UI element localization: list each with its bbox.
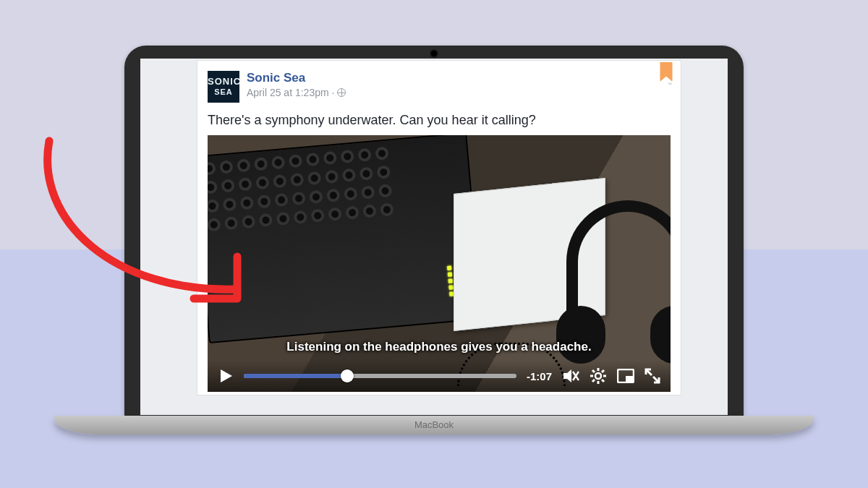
screen: ˇ SONIC SEA Sonic Sea April 25 at 1:23pm… [140, 59, 728, 415]
svg-line-7 [602, 370, 604, 372]
fullscreen-icon[interactable] [644, 368, 660, 384]
page-name-link[interactable]: Sonic Sea [247, 71, 305, 85]
mute-icon[interactable] [562, 368, 579, 384]
laptop-base: MacBook [54, 416, 814, 435]
svg-line-5 [592, 370, 595, 372]
video-controls: -1:07 [208, 360, 671, 392]
svg-line-8 [592, 380, 595, 382]
laptop-brand: MacBook [414, 419, 454, 430]
progress-bar[interactable] [244, 374, 516, 378]
laptop-frame: ˇ SONIC SEA Sonic Sea April 25 at 1:23pm… [124, 46, 744, 435]
time-remaining: -1:07 [527, 370, 552, 382]
globe-icon [337, 88, 346, 97]
svg-point-0 [595, 373, 601, 379]
headphones-graphic [566, 200, 671, 352]
settings-gear-icon[interactable] [590, 367, 607, 385]
video-player[interactable]: Listening on the headphones gives you a … [208, 135, 671, 392]
page-avatar[interactable]: SONIC SEA [208, 71, 239, 103]
pip-icon[interactable] [617, 369, 634, 383]
audio-mixer-graphic [208, 135, 483, 343]
post-menu-chevron-icon[interactable]: ˇ [668, 82, 672, 94]
svg-rect-10 [626, 376, 633, 382]
video-subtitle: Listening on the headphones gives you a … [208, 340, 671, 354]
post-timestamp[interactable]: April 25 at 1:23pm [247, 87, 329, 98]
play-icon[interactable] [218, 368, 234, 384]
facebook-post-card: ˇ SONIC SEA Sonic Sea April 25 at 1:23pm… [197, 60, 681, 395]
avatar-text-2: SEA [208, 86, 239, 96]
post-caption: There's a symphony underwater. Can you h… [208, 113, 671, 128]
avatar-text-1: SONIC [208, 76, 241, 87]
svg-line-6 [602, 380, 604, 382]
webcam-dot [431, 51, 437, 56]
